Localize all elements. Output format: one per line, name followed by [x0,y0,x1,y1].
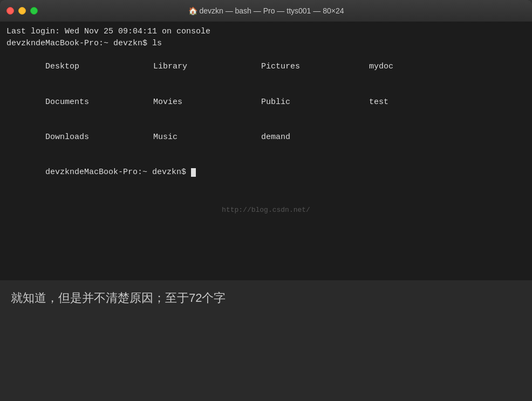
terminal-titlebar: 🏠 devzkn — bash — Pro — ttys001 — 80×24 [0,0,532,22]
prompt-2: devzkndeMacBook-Pro:~ devzkn$ [6,155,526,190]
login-line: Last login: Wed Nov 25 09:04:11 on conso… [6,26,526,38]
file-test: test [369,98,388,107]
watermark: http://blog.csdn.net/ [222,205,310,216]
ls-row-2: DocumentsMoviesPublictest [6,85,526,120]
maximize-button[interactable] [30,7,38,15]
file-downloads: Downloads [45,132,153,143]
file-mydoc: mydoc [369,62,393,71]
traffic-lights [6,7,38,15]
minimize-button[interactable] [18,7,26,15]
file-library: Library [153,61,261,73]
bottom-section: 就知道，但是并不清楚原因；至于72个字 [0,280,532,401]
page-wrapper: 🏠 devzkn — bash — Pro — ttys001 — 80×24 … [0,0,532,401]
file-pictures: Pictures [261,61,369,73]
ls-row-3: DownloadsMusicdemand [6,120,526,155]
file-movies: Movies [153,96,261,108]
file-public: Public [261,96,369,108]
terminal-cursor [191,168,196,177]
bottom-text: 就知道，但是并不清楚原因；至于72个字 [11,289,226,307]
prompt-text-2: devzkndeMacBook-Pro:~ devzkn$ [45,168,191,177]
close-button[interactable] [6,7,14,15]
file-documents: Documents [45,96,153,108]
ls-row-1: DesktopLibraryPicturesmydoc [6,50,526,85]
file-desktop: Desktop [45,61,153,73]
terminal-body[interactable]: Last login: Wed Nov 25 09:04:11 on conso… [0,22,532,280]
prompt-ls: devzkndeMacBook-Pro:~ devzkn$ ls [6,38,526,50]
terminal-window: 🏠 devzkn — bash — Pro — ttys001 — 80×24 … [0,0,532,280]
file-demand: demand [261,132,369,143]
window-title: 🏠 devzkn — bash — Pro — ttys001 — 80×24 [188,6,344,15]
file-music: Music [153,132,261,143]
